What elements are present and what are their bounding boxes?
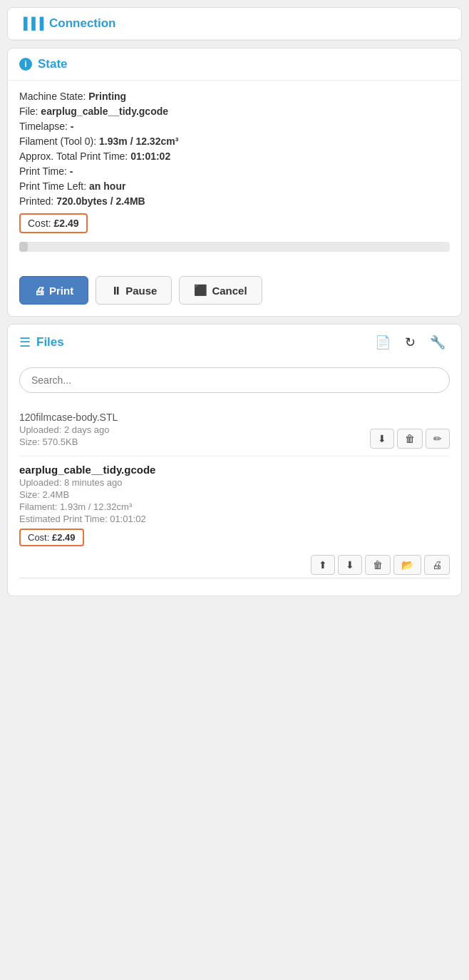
file2-estimated-time: Estimated Print Time: 01:01:02 (19, 514, 450, 524)
timelapse-row: Timelapse: - (19, 121, 450, 132)
print-time-label: Print Time: (19, 165, 70, 177)
print-time-left-row: Print Time Left: an hour (19, 180, 450, 192)
file2-info: earplug_cable__tidy.gcode Uploaded: 8 mi… (19, 464, 450, 551)
state-body: Machine State: Printing File: earplug_ca… (8, 81, 461, 267)
total-print-time-value: 01:01:02 (130, 150, 170, 162)
file1-info: 120filmcase-body.STL Uploaded: 2 days ag… (19, 412, 370, 449)
state-title: State (38, 57, 68, 71)
filament-label: Filament (Tool 0): (19, 136, 99, 147)
file-label: File: (19, 106, 41, 117)
new-file-button[interactable]: 📄 (371, 333, 395, 352)
print-time-row: Print Time: - (19, 165, 450, 177)
state-cost-box: Cost: £2.49 (19, 213, 88, 233)
print-icon: 🖨 (34, 285, 45, 297)
filament-row: Filament (Tool 0): 1.93m / 12.32cm³ (19, 136, 450, 147)
print-time-value: - (70, 165, 73, 177)
file2-delete-button[interactable]: 🗑 (365, 555, 391, 575)
timelapse-label: Timelapse: (19, 121, 71, 132)
cancel-button[interactable]: ⬛ Cancel (179, 276, 262, 305)
file2-name: earplug_cable__tidy.gcode (19, 464, 450, 476)
file2-uploaded: Uploaded: 8 minutes ago (19, 477, 450, 488)
cancel-icon: ⬛ (194, 284, 207, 297)
info-icon: i (19, 58, 32, 71)
files-card: ☰ Files 📄 ↻ 🔧 120filmcase-body.STL Uploa… (7, 324, 462, 596)
machine-state-label: Machine State: (19, 91, 88, 102)
file-row: File: earplug_cable__tidy.gcode (19, 106, 450, 117)
total-print-time-label: Approx. Total Print Time: (19, 150, 130, 162)
file2-divider (19, 578, 450, 578)
file2-actions: ⬆ ⬇ 🗑 📂 🖨 (19, 555, 450, 575)
total-print-time-row: Approx. Total Print Time: 01:01:02 (19, 150, 450, 162)
file2-folder-button[interactable]: 📂 (393, 555, 421, 575)
print-button[interactable]: 🖨 Print (19, 276, 88, 305)
state-card: i State Machine State: Printing File: ea… (7, 48, 462, 317)
print-time-left-label: Print Time Left: (19, 180, 89, 192)
printed-label: Printed: (19, 195, 56, 207)
action-buttons: 🖨 Print ⏸ Pause ⬛ Cancel (8, 267, 461, 316)
connection-card: ▐▐▐ Connection (7, 7, 462, 41)
progress-bar-container (19, 242, 450, 252)
file1-uploaded: Uploaded: 2 days ago (19, 424, 370, 435)
list-item: 120filmcase-body.STL Uploaded: 2 days ag… (19, 404, 450, 456)
pause-icon: ⏸ (110, 285, 121, 297)
state-header: i State (8, 49, 461, 81)
file1-size: Size: 570.5KB (19, 437, 370, 447)
signal-icon: ▐▐▐ (19, 17, 43, 30)
connection-title: Connection (49, 16, 116, 31)
connection-header: ▐▐▐ Connection (8, 8, 461, 40)
state-cost-value: £2.49 (54, 218, 79, 229)
pause-button[interactable]: ⏸ Pause (96, 276, 172, 305)
timelapse-value: - (71, 121, 74, 132)
file2-cost-box: Cost: £2.49 (19, 529, 84, 546)
file2-upload-button[interactable]: ⬆ (311, 555, 335, 575)
file1-delete-button[interactable]: 🗑 (397, 429, 423, 449)
refresh-button[interactable]: ↻ (401, 333, 420, 352)
files-body: 120filmcase-body.STL Uploaded: 2 days ag… (8, 360, 461, 596)
search-input[interactable] (19, 367, 450, 393)
progress-bar-fill (19, 242, 28, 252)
machine-state-row: Machine State: Printing (19, 91, 450, 102)
files-title: Files (36, 335, 365, 349)
print-time-left-value: an hour (89, 180, 125, 192)
file1-download-button[interactable]: ⬇ (370, 429, 394, 449)
file2-print-button[interactable]: 🖨 (424, 555, 450, 575)
list-item: earplug_cable__tidy.gcode Uploaded: 8 mi… (19, 456, 450, 588)
file2-size: Size: 2.4MB (19, 489, 450, 500)
machine-state-value: Printing (88, 91, 126, 102)
printed-row: Printed: 720.0bytes / 2.4MB (19, 195, 450, 207)
file1-name: 120filmcase-body.STL (19, 412, 370, 423)
state-cost-label: Cost: (28, 218, 54, 229)
file-value: earplug_cable__tidy.gcode (41, 106, 168, 117)
settings-button[interactable]: 🔧 (426, 333, 450, 352)
printed-value: 720.0bytes / 2.4MB (56, 195, 145, 207)
file2-download-button[interactable]: ⬇ (338, 555, 362, 575)
filament-value: 1.93m / 12.32cm³ (99, 136, 178, 147)
files-header: ☰ Files 📄 ↻ 🔧 (8, 325, 461, 360)
list-icon: ☰ (19, 335, 31, 350)
file1-row: 120filmcase-body.STL Uploaded: 2 days ag… (19, 412, 450, 449)
file2-filament: Filament: 1.93m / 12.32cm³ (19, 501, 450, 512)
file1-actions: ⬇ 🗑 ✏ (370, 429, 450, 449)
file1-edit-button[interactable]: ✏ (426, 429, 450, 449)
